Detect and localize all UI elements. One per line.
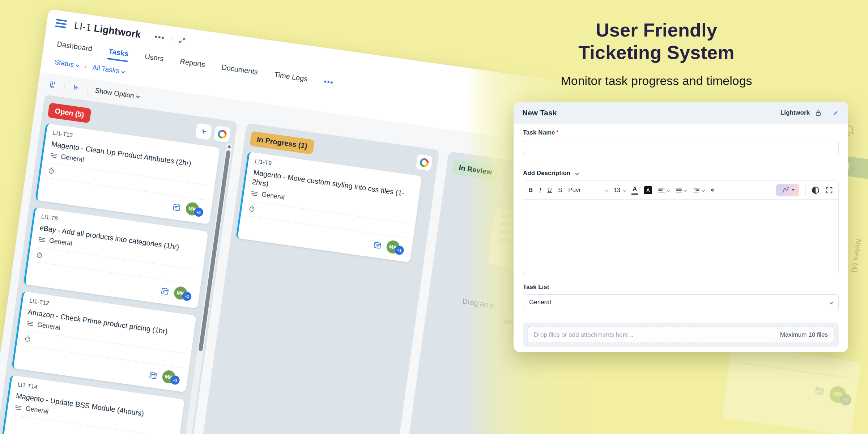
more-assignees-badge: +1 <box>193 207 204 217</box>
timer-icon[interactable] <box>248 204 256 213</box>
rich-text-editor: B I U S Puvi 13 A A <box>523 180 839 274</box>
list-dropdown[interactable] <box>676 188 687 193</box>
tabs-more-icon[interactable]: ••• <box>323 77 334 87</box>
hero-title-line2: Ticketing System <box>578 42 735 63</box>
add-description-toggle[interactable]: Add Description <box>523 170 839 177</box>
assignee-avatars[interactable]: MK +1 <box>185 202 205 218</box>
tab-users[interactable]: Users <box>144 52 164 63</box>
divider <box>805 185 806 196</box>
font-family-dropdown[interactable]: Puvi <box>568 187 607 194</box>
show-option-dropdown[interactable]: Show Option <box>94 86 140 101</box>
contrast-mode-icon[interactable] <box>812 187 819 194</box>
chevron-down-icon <box>121 70 125 73</box>
calendar-icon[interactable] <box>172 203 182 212</box>
task-card[interactable]: LI1-T13 Magento - Clean Up Product Attri… <box>35 123 220 225</box>
modal-header: New Task Lightwork <box>514 102 848 124</box>
align-dropdown[interactable] <box>658 188 670 193</box>
task-card[interactable]: LI1-T8 eBay - Add all products into cate… <box>23 207 208 309</box>
collapse-columns-icon[interactable] <box>71 83 81 93</box>
tasklist-icon <box>14 403 23 412</box>
task-name-label: Task Name* <box>523 129 839 136</box>
chevron-down-icon <box>76 63 80 67</box>
bold-button[interactable]: B <box>528 187 533 194</box>
add-task-button[interactable]: + <box>195 123 212 140</box>
timer-icon[interactable] <box>35 251 44 259</box>
tab-documents[interactable]: Documents <box>221 63 258 76</box>
max-files-note: Maximum 10 files <box>780 331 828 339</box>
scroll-up-arrow-icon[interactable] <box>227 145 231 148</box>
modal-title: New Task <box>522 109 557 117</box>
tasklist-name: General <box>60 153 84 164</box>
sync-status-icon[interactable] <box>416 154 433 171</box>
status-badge: In Review <box>451 159 499 180</box>
task-card[interactable]: LI1-T9 Magento - Move custom styling int… <box>236 152 422 262</box>
tasklist-icon <box>38 235 47 244</box>
status-badge: In Progress (1) <box>250 131 315 154</box>
task-card[interactable]: LI1-T12 Amazon - Check Prime product pri… <box>12 291 196 392</box>
expand-icon[interactable] <box>178 36 187 45</box>
timer-icon[interactable] <box>24 335 32 343</box>
project-name: Lightwork <box>93 23 142 40</box>
tasklist-name: General <box>37 321 61 332</box>
divider <box>64 81 65 91</box>
indent-dropdown[interactable] <box>693 188 705 193</box>
tab-reports[interactable]: Reports <box>179 57 206 69</box>
assignee-avatars[interactable]: MK +1 <box>161 370 182 386</box>
required-asterisk: * <box>556 129 559 136</box>
calendar-icon[interactable] <box>148 370 158 380</box>
tasklist-icon <box>26 319 35 328</box>
tasklist-name: General <box>48 237 72 248</box>
hero-subtitle: Monitor task progress and timelogs <box>553 74 760 88</box>
tab-tasks[interactable]: Tasks <box>108 47 129 58</box>
attachments-section: Drop files or add attachments here... Ma… <box>523 323 839 347</box>
timer-icon[interactable] <box>47 166 56 175</box>
description-textarea[interactable] <box>523 200 838 274</box>
status-badge: Open (5) <box>47 102 92 123</box>
hamburger-menu-icon[interactable] <box>55 19 67 28</box>
calendar-icon[interactable] <box>373 241 382 250</box>
file-drop-zone[interactable]: Drop files or add attachments here... Ma… <box>527 327 834 343</box>
breadcrumb-separator: › <box>84 63 87 71</box>
edit-pencil-icon[interactable] <box>832 109 839 116</box>
task-list-select[interactable]: General <box>523 294 839 310</box>
view-filter-dropdown[interactable]: All Tasks <box>92 63 125 76</box>
drag-drop-hint: Drag an e unc <box>460 294 518 329</box>
italic-button[interactable]: I <box>539 186 541 194</box>
assignee-avatars[interactable]: MK +1 <box>173 286 194 302</box>
underline-button[interactable]: U <box>548 187 552 194</box>
highlight-color-button[interactable]: A <box>644 186 652 194</box>
chevron-down-icon <box>792 189 795 191</box>
assignee-avatars[interactable]: MK +1 <box>386 239 406 256</box>
task-list-value: General <box>529 299 551 306</box>
task-name-input[interactable] <box>523 140 839 155</box>
more-tools-icon[interactable]: » <box>709 188 716 192</box>
status-filter-dropdown[interactable]: Status <box>54 58 79 69</box>
divider <box>87 85 89 94</box>
sync-status-icon[interactable] <box>214 125 231 142</box>
board-columns-settings-icon[interactable] <box>48 80 58 89</box>
chevron-down-icon <box>136 94 140 98</box>
text-color-button[interactable]: A <box>631 186 638 195</box>
divider <box>827 109 827 117</box>
calendar-icon[interactable] <box>160 286 170 296</box>
tasklist-icon <box>250 189 259 198</box>
tab-time-logs[interactable]: Time Logs <box>274 70 308 83</box>
chevron-down-icon <box>830 301 833 304</box>
tasklist-icon <box>49 151 58 160</box>
strikethrough-button[interactable]: S <box>558 187 562 194</box>
tasklist-name: General <box>25 405 49 416</box>
tab-dashboard[interactable]: Dashboard <box>56 40 93 53</box>
fullscreen-icon[interactable] <box>825 186 833 194</box>
modal-project-name: Lightwork <box>780 109 810 116</box>
lock-icon <box>815 110 822 116</box>
project-code: LI-1 <box>73 20 92 33</box>
editor-toolbar: B I U S Puvi 13 A A <box>523 181 838 200</box>
column-open: Open (5) + LI1-T13 Magento - Clean Up Pr… <box>0 95 238 434</box>
chevron-down-icon <box>575 171 579 175</box>
tasklist-name: General <box>261 191 285 201</box>
more-options-icon[interactable]: ••• <box>154 32 165 43</box>
zia-ai-button[interactable] <box>776 184 799 196</box>
font-size-dropdown[interactable]: 13 <box>613 187 625 194</box>
hero-heading: User Friendly Ticketing System Monitor t… <box>553 19 760 88</box>
divider <box>171 34 173 44</box>
